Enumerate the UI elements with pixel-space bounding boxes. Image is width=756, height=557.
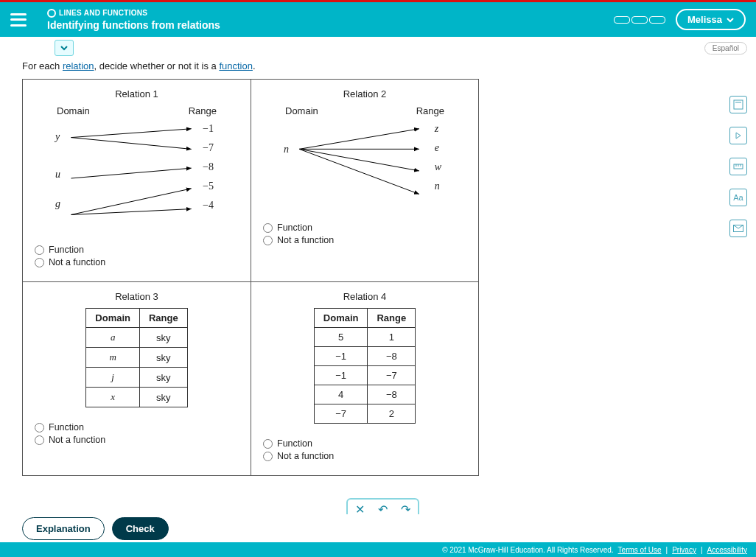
table-row: jsky — [86, 368, 187, 388]
not-function-option[interactable]: Not a function — [263, 235, 466, 245]
function-option[interactable]: Function — [35, 422, 239, 432]
function-option[interactable]: Function — [263, 438, 466, 449]
range-value: −8 — [203, 158, 214, 177]
play-icon[interactable] — [729, 127, 747, 144]
terms-link[interactable]: Terms of Use — [618, 546, 662, 554]
range-header: Range — [139, 309, 187, 328]
table-row: xsky — [86, 388, 187, 407]
svg-line-1 — [71, 138, 191, 150]
svg-line-5 — [299, 129, 419, 150]
svg-rect-9 — [734, 100, 743, 109]
mapping-diagram-2: n z e w n — [263, 119, 466, 215]
side-toolbar: Aa — [729, 96, 747, 237]
expand-button[interactable] — [55, 40, 74, 56]
domain-header: Domain — [314, 309, 368, 328]
svg-line-2 — [71, 168, 191, 178]
domain-header: Domain — [86, 309, 140, 328]
domain-value: n — [284, 140, 289, 159]
relation-title: Relation 1 — [35, 88, 239, 99]
domain-value: u — [55, 155, 60, 195]
range-header: Range — [189, 105, 217, 116]
bottom-bar: Explanation Check — [0, 514, 756, 542]
sub-row: Español — [0, 37, 756, 59]
svg-line-4 — [71, 209, 191, 215]
not-function-radio[interactable] — [35, 258, 44, 267]
range-value: w — [435, 158, 441, 177]
top-bar: LINES AND FUNCTIONS Identifying function… — [0, 0, 756, 37]
function-radio[interactable] — [263, 223, 273, 233]
function-option[interactable]: Function — [35, 245, 239, 255]
answer-group-1: Function Not a function — [35, 245, 239, 267]
check-button[interactable]: Check — [112, 517, 169, 540]
relation-4-table: DomainRange 51 −1−8 −1−7 4−8 −72 — [314, 308, 416, 424]
language-toggle[interactable]: Español — [704, 42, 747, 55]
range-value: −4 — [203, 196, 214, 215]
user-name: Melissa — [687, 14, 722, 25]
answer-group-3: Function Not a function — [35, 422, 239, 445]
domain-value: g — [55, 195, 60, 214]
domain-value: y — [55, 119, 60, 155]
not-function-radio[interactable] — [263, 452, 273, 461]
prompt-text: For each relation, decide whether or not… — [0, 59, 756, 79]
copyright-text: © 2021 McGraw-Hill Education. All Rights… — [442, 546, 613, 554]
table-row: asky — [86, 328, 187, 348]
relation-title: Relation 4 — [263, 291, 466, 302]
relation-3-cell: Relation 3 DomainRange asky msky jsky xs… — [23, 281, 251, 475]
calculator-icon[interactable] — [729, 96, 747, 113]
table-row: −72 — [314, 404, 415, 424]
svg-line-8 — [299, 149, 419, 194]
range-value: −5 — [203, 177, 214, 196]
not-function-option[interactable]: Not a function — [263, 451, 466, 461]
answer-group-2: Function Not a function — [263, 223, 466, 245]
footer: © 2021 McGraw-Hill Education. All Rights… — [0, 542, 756, 557]
relation-title: Relation 3 — [35, 291, 239, 302]
mapping-diagram-1: y u g −1 −7 −8 −5 −4 — [35, 119, 239, 237]
domain-header: Domain — [285, 105, 318, 116]
svg-line-0 — [71, 129, 191, 138]
topic-title: Identifying functions from relations — [47, 19, 220, 31]
not-function-option[interactable]: Not a function — [35, 435, 239, 445]
not-function-radio[interactable] — [35, 435, 44, 445]
topic-block: LINES AND FUNCTIONS Identifying function… — [47, 9, 220, 31]
menu-icon[interactable] — [10, 13, 27, 27]
mail-icon[interactable] — [729, 220, 747, 237]
user-menu[interactable]: Melissa — [676, 9, 746, 30]
relation-1-cell: Relation 1 Domain Range y u g — [23, 80, 251, 281]
chevron-down-icon — [60, 43, 69, 52]
progress-indicator — [614, 16, 665, 24]
relation-link[interactable]: relation — [63, 60, 94, 71]
chevron-down-icon — [727, 16, 734, 24]
function-radio[interactable] — [263, 439, 273, 449]
explanation-button[interactable]: Explanation — [22, 517, 105, 540]
range-value: −1 — [203, 119, 214, 139]
relation-3-table: DomainRange asky msky jsky xsky — [85, 308, 187, 407]
table-row: 4−8 — [314, 385, 415, 404]
range-value: n — [435, 177, 441, 196]
table-row: msky — [86, 348, 187, 368]
not-function-radio[interactable] — [263, 236, 273, 245]
range-header: Range — [368, 309, 416, 328]
not-function-option[interactable]: Not a function — [35, 257, 239, 267]
relation-title: Relation 2 — [263, 88, 466, 99]
domain-header: Domain — [57, 105, 90, 116]
table-row: −1−8 — [314, 347, 415, 366]
function-option[interactable]: Function — [263, 223, 466, 233]
accessibility-link[interactable]: Accessibility — [707, 546, 747, 554]
relation-2-cell: Relation 2 Domain Range n z e — [251, 80, 478, 281]
relation-4-cell: Relation 4 DomainRange 51 −1−8 −1−7 4−8 … — [251, 281, 478, 475]
range-header: Range — [416, 105, 444, 116]
ruler-icon[interactable] — [729, 158, 747, 175]
topic-kicker: LINES AND FUNCTIONS — [47, 9, 220, 18]
function-radio[interactable] — [35, 423, 44, 432]
table-row: −1−7 — [314, 366, 415, 385]
function-link[interactable]: function — [219, 60, 253, 71]
relations-grid: Relation 1 Domain Range y u g — [22, 79, 479, 476]
table-row: 51 — [314, 328, 415, 347]
range-value: −7 — [203, 139, 214, 158]
font-icon[interactable]: Aa — [729, 189, 747, 206]
svg-line-7 — [299, 149, 419, 171]
range-value: z — [435, 119, 441, 139]
function-radio[interactable] — [35, 245, 44, 255]
privacy-link[interactable]: Privacy — [672, 546, 696, 554]
answer-group-4: Function Not a function — [263, 438, 466, 461]
